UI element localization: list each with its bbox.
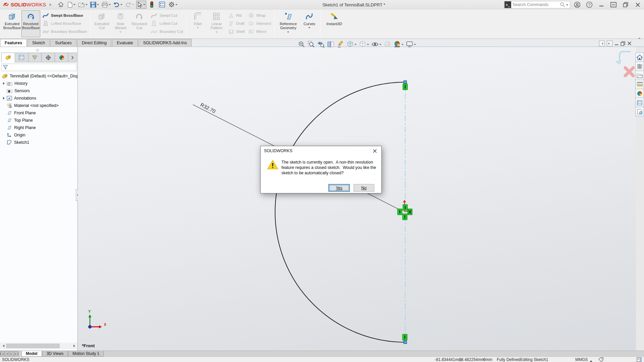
units-dropdown-icon[interactable] <box>590 359 592 362</box>
tree-item-top-plane[interactable]: Top Plane <box>0 117 78 124</box>
status-units[interactable]: MMGS <box>575 357 588 362</box>
tree-item-sensors[interactable]: Sensors <box>0 87 78 95</box>
open-dropdown-icon[interactable] <box>86 4 88 6</box>
statusbar-taskpane-toggle[interactable] <box>637 357 642 362</box>
vertical-relation-origin-up[interactable] <box>403 204 408 210</box>
mirror-button[interactable]: Mirror <box>246 28 273 35</box>
featuremanager-tree-tab[interactable] <box>1 53 15 62</box>
fillet-button[interactable]: Fillet <box>189 10 207 37</box>
last-tab-button[interactable] <box>14 351 18 357</box>
tab-solidworks-add-ins[interactable]: SOLIDWORKS Add-Ins <box>139 39 192 47</box>
apply-scene-dropdown-icon[interactable] <box>401 44 404 46</box>
curves-button[interactable]: Curves <box>300 10 319 37</box>
save-button[interactable] <box>90 1 100 9</box>
instant3d-button[interactable]: Instant3D <box>322 10 346 37</box>
rebuild-button[interactable] <box>148 1 156 9</box>
curves-dropdown-icon[interactable] <box>308 27 310 29</box>
shell-button[interactable]: Shell <box>226 28 247 35</box>
yes-button[interactable]: Yes <box>328 184 350 192</box>
minimize-button[interactable] <box>596 0 606 9</box>
swept-boss-base-button[interactable]: Swept Boss/Base <box>40 12 89 19</box>
search-dropdown-icon[interactable] <box>566 4 568 7</box>
display-style-button[interactable] <box>359 41 369 48</box>
3d-views-tab[interactable]: 3D Views <box>42 351 68 357</box>
next-tab-button[interactable] <box>9 351 14 357</box>
rib-button[interactable]: Rib <box>226 12 247 19</box>
section-view-button[interactable] <box>327 41 334 48</box>
previous-tab-button[interactable] <box>5 351 9 357</box>
taskpane-home-button[interactable] <box>635 53 644 62</box>
panel-horizontal-scrollbar[interactable] <box>0 343 77 349</box>
extruded-boss-base-button[interactable]: Extruded Boss/Base <box>3 10 21 37</box>
options-button[interactable] <box>168 1 178 9</box>
wrap-button[interactable]: Wrap <box>246 12 273 19</box>
boundary-cut-button[interactable]: Boundary Cut <box>149 28 184 35</box>
close-button[interactable] <box>633 0 643 9</box>
document-close-button[interactable] <box>627 41 632 46</box>
exit-sketch-icon[interactable] <box>620 52 631 60</box>
save-dropdown-icon[interactable] <box>97 4 99 6</box>
tree-item-history[interactable]: History <box>0 80 78 87</box>
taskpane-file-explorer-button[interactable] <box>635 80 644 89</box>
tree-item-material[interactable]: Material <not specified> <box>0 102 78 109</box>
new-dropdown-icon[interactable] <box>73 4 75 6</box>
view-settings-dropdown-icon[interactable] <box>414 44 416 46</box>
coincident-relation-origin[interactable] <box>408 209 412 215</box>
tab-sketch[interactable]: Sketch <box>28 39 50 47</box>
reference-geometry-dropdown-icon[interactable] <box>287 32 289 34</box>
revolved-cut-button[interactable]: Revolved Cut <box>130 10 149 37</box>
vertical-relation-top[interactable] <box>403 84 408 90</box>
menu-flyout-arrow-icon[interactable] <box>50 3 53 6</box>
extruded-cut-button[interactable]: Extruded Cut <box>92 10 111 37</box>
arc-endpoint-bottom[interactable] <box>404 341 407 344</box>
reference-geometry-button[interactable]: Reference Geometry <box>276 10 300 37</box>
file-properties-button[interactable] <box>158 1 166 9</box>
motion-study-tab[interactable]: Motion Study 1 <box>68 351 104 357</box>
hide-show-items-button[interactable] <box>371 41 381 48</box>
taskpane-appearances-button[interactable] <box>635 89 644 98</box>
scroll-right-button[interactable] <box>72 343 77 349</box>
tree-item-sketch1[interactable]: Sketch1 <box>0 139 78 146</box>
revolved-boss-base-button[interactable]: Revolved Boss/Base <box>21 10 40 37</box>
panel-handle[interactable] <box>36 49 39 52</box>
search-icon[interactable] <box>560 2 565 7</box>
print-button[interactable] <box>101 1 111 9</box>
taskpane-resources-button[interactable] <box>635 62 644 71</box>
taskpane-custom-properties-button[interactable] <box>635 98 644 107</box>
sketch-arc[interactable] <box>275 82 405 342</box>
document-restore-button[interactable] <box>621 41 625 46</box>
tree-item-front-plane[interactable]: Front Plane <box>0 109 78 117</box>
previous-view-button[interactable] <box>317 41 325 48</box>
options-dropdown-icon[interactable] <box>175 4 177 6</box>
tree-item-right-plane[interactable]: Right Plane <box>0 124 78 131</box>
search-commands-box[interactable]: >_ <box>504 1 570 8</box>
dimxpertmanager-tab[interactable] <box>41 53 55 62</box>
propertymanager-tab[interactable] <box>15 53 29 62</box>
tags-button[interactable] <box>598 357 603 362</box>
intersect-button[interactable]: Intersect <box>246 20 273 27</box>
tab-surfaces[interactable]: Surfaces <box>50 39 76 47</box>
open-button[interactable] <box>77 1 88 9</box>
sketch-canvas[interactable]: R32.70 Y X <box>78 47 636 351</box>
model-tab[interactable]: Model <box>21 351 42 357</box>
undo-button[interactable] <box>113 1 123 9</box>
zoom-to-area-button[interactable] <box>308 41 315 48</box>
cancel-sketch-icon[interactable] <box>625 68 633 76</box>
select-button[interactable] <box>136 1 146 9</box>
draft-button[interactable]: Draft <box>226 20 247 27</box>
scroll-left-button[interactable] <box>0 343 5 349</box>
span-displays-button[interactable] <box>608 0 619 9</box>
taskpane-design-library-button[interactable] <box>635 71 644 80</box>
restore-button[interactable] <box>621 0 631 9</box>
first-tab-button[interactable] <box>0 351 4 357</box>
tree-item-origin[interactable]: Origin <box>0 131 78 139</box>
select-dropdown-icon[interactable] <box>143 4 145 6</box>
tab-direct-editing[interactable]: Direct Editing <box>77 39 111 47</box>
hole-wizard-button[interactable]: Hole Wizard <box>111 10 130 37</box>
displaymanager-tab[interactable] <box>55 53 68 62</box>
scrollbar-thumb[interactable] <box>6 344 60 348</box>
arc-endpoint-top[interactable] <box>404 81 407 84</box>
swept-cut-button[interactable]: Swept Cut <box>149 12 184 19</box>
lofted-cut-button[interactable]: Lofted Cut <box>149 20 184 27</box>
dialog-close-button[interactable] <box>368 146 381 156</box>
